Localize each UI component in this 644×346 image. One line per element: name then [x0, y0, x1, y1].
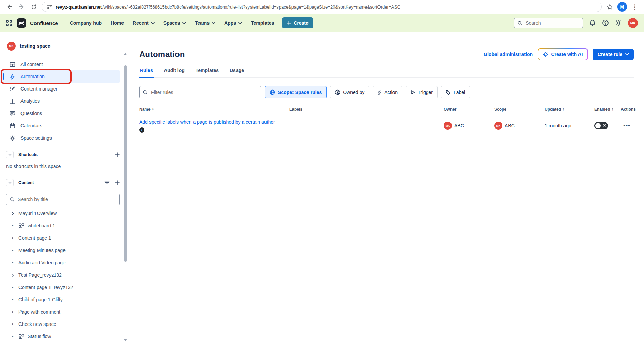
tab-usage[interactable]: Usage [229, 68, 245, 77]
sidebar-item-label: Content manager [20, 86, 57, 92]
sidebar-item-automation[interactable]: Automation [0, 70, 120, 83]
sidebar-scroll-down-icon[interactable] [124, 339, 127, 341]
nav-item-apps[interactable]: Apps [220, 17, 246, 28]
bullet-icon: • [10, 321, 15, 327]
search-icon [143, 90, 147, 95]
globe-icon [270, 89, 275, 95]
page-item[interactable]: • Mayuri Kelkar wiki 2024 Confluence P [0, 343, 129, 346]
scope-filter-chip[interactable]: Scope: Space rules [265, 86, 327, 98]
owned-by-filter-chip[interactable]: Owned by [330, 86, 369, 98]
page-item[interactable]: • Meeting Minutes page [0, 244, 129, 257]
whiteboard-icon [18, 223, 24, 229]
page-item[interactable]: • Audio and Video page [0, 257, 129, 269]
tab-rules[interactable]: Rules [139, 68, 154, 78]
page-item[interactable]: • Content page 1_revyz132 [0, 281, 129, 293]
create-with-ai-button[interactable]: Create with AI [538, 48, 588, 60]
sidebar-search-input[interactable] [17, 196, 116, 203]
sidebar-item-calendars[interactable]: Calendars [0, 120, 120, 132]
space-header[interactable]: MK testing space [0, 32, 129, 52]
bookmark-star-icon[interactable] [605, 2, 614, 11]
browser-profile-avatar[interactable]: M [617, 2, 627, 12]
page-item[interactable]: • Check new space [0, 318, 129, 330]
page-item[interactable]: • Content page 1 [0, 232, 129, 244]
toggle-knob [595, 123, 601, 128]
content-collapse-chevron-icon[interactable] [6, 179, 14, 186]
sidebar-item-analytics[interactable]: Analytics [0, 95, 120, 107]
content-filter-icon[interactable] [104, 180, 110, 185]
url-bar[interactable]: revyz-qa.atlassian.net /wiki/spaces/~632… [42, 2, 602, 12]
sidebar-item-content-manager[interactable]: Content manager [0, 83, 120, 95]
tab-templates[interactable]: Templates [195, 68, 219, 77]
bullet-icon: • [10, 285, 15, 290]
header-enabled[interactable]: Enabled ▲▼ [594, 107, 621, 112]
filter-rules-search[interactable] [139, 86, 261, 98]
content-tree: Mayuri 1Overview • whiteboard 1 • Conten… [0, 207, 129, 346]
page-item[interactable]: • whiteboard 1 [0, 220, 129, 232]
sidebar-item-space-settings[interactable]: Space settings [0, 132, 120, 144]
rule-scope-cell: MK ABC [494, 122, 545, 130]
nav-item-spaces[interactable]: Spaces [160, 17, 190, 28]
create-rule-button[interactable]: Create rule [593, 49, 634, 60]
search-icon [10, 197, 14, 202]
sidebar-item-questions[interactable]: Questions [0, 107, 120, 120]
create-button[interactable]: Create [282, 17, 313, 28]
page-item[interactable]: Mayuri 1Overview [0, 207, 129, 220]
help-icon[interactable] [602, 19, 609, 26]
action-filter-chip[interactable]: Action [373, 86, 402, 98]
rule-actions-menu[interactable]: ••• [621, 122, 634, 129]
global-search-input[interactable] [525, 20, 579, 26]
browser-back-icon[interactable] [5, 2, 14, 11]
tab-audit-log[interactable]: Audit log [163, 68, 185, 77]
browser-forward-icon[interactable] [17, 2, 26, 11]
add-shortcut-plus-icon[interactable] [115, 152, 120, 157]
search-icon [518, 20, 522, 26]
sidebar-item-all-content[interactable]: All content [0, 58, 120, 70]
create-with-ai-button-inner[interactable]: Create with AI [538, 49, 588, 60]
sidebar-scroll-up-icon[interactable] [124, 53, 127, 55]
nav-item-templates[interactable]: Templates [247, 17, 278, 28]
header-updated[interactable]: Updated ▲▼ [545, 107, 594, 112]
enabled-toggle[interactable] [594, 122, 608, 129]
header-name[interactable]: Name ▲▼ [139, 107, 289, 112]
confluence-logo-icon[interactable] [17, 18, 26, 28]
sidebar-title-search[interactable] [6, 194, 120, 205]
chevron-down-icon [182, 22, 186, 24]
browser-reload-icon[interactable] [29, 2, 38, 11]
global-search[interactable] [514, 18, 583, 28]
sidebar-scrollbar[interactable] [124, 65, 127, 262]
plus-icon [287, 21, 291, 25]
calendars-icon [9, 123, 16, 129]
trigger-filter-chip[interactable]: Trigger [406, 86, 438, 98]
space-sidebar: MK testing space All content Automation [0, 32, 129, 346]
table-row: Add specific labels when a page is publi… [139, 115, 634, 137]
browser-chrome: revyz-qa.atlassian.net /wiki/spaces/~632… [0, 0, 644, 14]
nav-item-home[interactable]: Home [107, 17, 128, 28]
shortcuts-collapse-chevron-icon[interactable] [6, 151, 14, 158]
rule-name-link[interactable]: Add specific labels when a page is publi… [139, 119, 275, 125]
chevron-right-icon[interactable] [10, 273, 15, 277]
nav-item-company-hub[interactable]: Company hub [66, 17, 105, 28]
page-item[interactable]: • Child of page 1 Gliffy [0, 293, 129, 306]
global-administration-link[interactable]: Global administration [484, 52, 533, 57]
settings-gear-icon[interactable] [615, 19, 622, 26]
bullet-icon: • [10, 334, 15, 339]
site-settings-icon[interactable] [47, 4, 52, 10]
page-item[interactable]: Test Page_revyz132 [0, 269, 129, 281]
shortcuts-section-header: Shortcuts [0, 149, 129, 161]
notifications-bell-icon[interactable] [589, 19, 596, 26]
filter-rules-input[interactable] [150, 89, 258, 95]
nav-item-teams[interactable]: Teams [191, 17, 219, 28]
browser-menu-icon[interactable]: ⋮ [630, 2, 639, 11]
page-item[interactable]: • Status flow [0, 330, 129, 343]
app-switcher-icon[interactable] [6, 20, 12, 26]
chevron-right-icon[interactable] [10, 212, 15, 216]
content-title: Content [18, 180, 34, 185]
user-avatar[interactable]: MK [628, 18, 638, 28]
nav-item-recent[interactable]: Recent [129, 17, 158, 28]
label-filter-chip[interactable]: Label [441, 86, 470, 98]
page-item[interactable]: • Page with comment [0, 306, 129, 318]
page-title: Automation [139, 50, 185, 59]
owner-name: ABC [454, 123, 464, 128]
info-icon[interactable]: i [139, 127, 144, 133]
add-content-plus-icon[interactable] [115, 180, 120, 185]
